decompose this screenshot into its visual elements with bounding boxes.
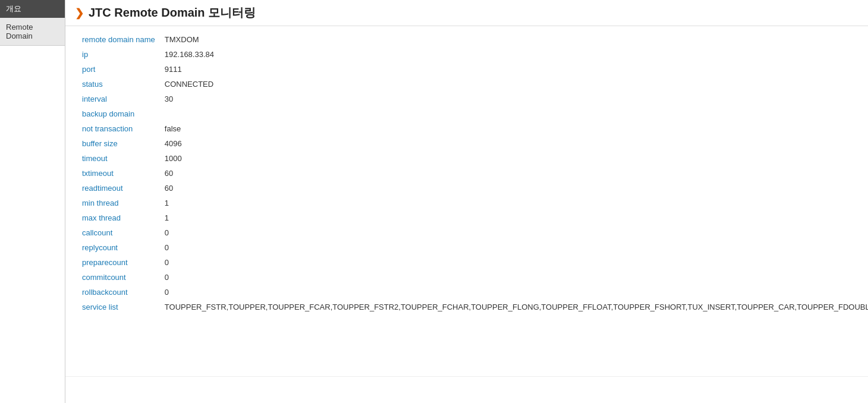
field-label: commitcount <box>77 270 160 285</box>
content-area: remote domain nameTMXDOMip192.168.33.84p… <box>65 26 868 376</box>
field-label: service list <box>77 300 160 314</box>
table-row: replycount0 <box>77 240 868 255</box>
field-label: replycount <box>77 240 160 255</box>
field-value: 0 <box>160 270 868 285</box>
field-value: 0 <box>160 240 868 255</box>
table-row: readtimeout60 <box>77 181 868 196</box>
field-label: port <box>77 62 160 77</box>
main-panel: ❯ JTC Remote Domain 모니터링 remote domain n… <box>65 0 868 403</box>
field-value: 60 <box>160 166 868 181</box>
field-label: backup domain <box>77 106 160 121</box>
chevron-icon: ❯ <box>75 7 84 20</box>
field-label: remote domain name <box>77 32 160 47</box>
table-row: remote domain nameTMXDOM <box>77 32 868 47</box>
field-label: readtimeout <box>77 181 160 196</box>
table-row: min thread1 <box>77 196 868 210</box>
table-row: service listTOUPPER_FSTR,TOUPPER,TOUPPER… <box>77 300 868 314</box>
refresh-button-container: 새로 고침 <box>65 376 868 403</box>
field-label: timeout <box>77 151 160 166</box>
table-row: interval30 <box>77 92 868 106</box>
table-row: buffer size4096 <box>77 136 868 151</box>
table-row: port9111 <box>77 62 868 77</box>
table-row: preparecount0 <box>77 255 868 270</box>
field-value: 9111 <box>160 62 868 77</box>
table-row: rollbackcount0 <box>77 285 868 300</box>
field-value: TMXDOM <box>160 32 868 47</box>
field-label: rollbackcount <box>77 285 160 300</box>
field-value: CONNECTED <box>160 77 868 92</box>
field-value: 30 <box>160 92 868 106</box>
field-value <box>160 106 868 121</box>
sidebar-item-remote-domain[interactable]: Remote Domain <box>0 18 65 46</box>
field-value: 0 <box>160 225 868 240</box>
field-value: 192.168.33.84 <box>160 47 868 62</box>
sidebar-top[interactable]: 개요 <box>0 0 65 18</box>
table-row: max thread1 <box>77 210 868 225</box>
table-row: commitcount0 <box>77 270 868 285</box>
field-table: remote domain nameTMXDOMip192.168.33.84p… <box>77 32 868 314</box>
table-row: callcount0 <box>77 225 868 240</box>
field-label: preparecount <box>77 255 160 270</box>
field-value: TOUPPER_FSTR,TOUPPER,TOUPPER_FCAR,TOUPPE… <box>160 300 868 314</box>
field-label: callcount <box>77 225 160 240</box>
field-label: not transaction <box>77 121 160 136</box>
field-value: 1000 <box>160 151 868 166</box>
field-label: max thread <box>77 210 160 225</box>
table-row: ip192.168.33.84 <box>77 47 868 62</box>
field-value: false <box>160 121 868 136</box>
field-value: 0 <box>160 255 868 270</box>
table-row: backup domain <box>77 106 868 121</box>
page-title: JTC Remote Domain 모니터링 <box>89 5 256 21</box>
field-value: 4096 <box>160 136 868 151</box>
table-row: timeout1000 <box>77 151 868 166</box>
field-value: 60 <box>160 181 868 196</box>
field-value: 1 <box>160 196 868 210</box>
field-label: min thread <box>77 196 160 210</box>
field-label: txtimeout <box>77 166 160 181</box>
sidebar: 개요 Remote Domain <box>0 0 65 403</box>
field-label: status <box>77 77 160 92</box>
field-label: ip <box>77 47 160 62</box>
field-label: buffer size <box>77 136 160 151</box>
table-row: statusCONNECTED <box>77 77 868 92</box>
page-header: ❯ JTC Remote Domain 모니터링 <box>65 0 868 26</box>
table-row: not transactionfalse <box>77 121 868 136</box>
field-value: 1 <box>160 210 868 225</box>
field-value: 0 <box>160 285 868 300</box>
field-label: interval <box>77 92 160 106</box>
table-row: txtimeout60 <box>77 166 868 181</box>
